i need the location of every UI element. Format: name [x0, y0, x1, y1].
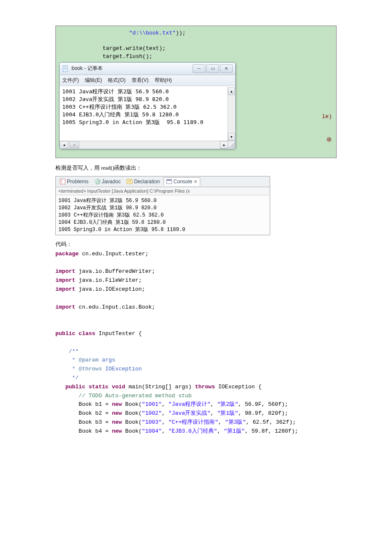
javadoc-icon: @: [95, 179, 101, 185]
horizontal-scrollbar[interactable]: ◂ ▸: [60, 141, 235, 149]
resize-grip-icon[interactable]: [228, 142, 235, 148]
java-source-code: package cn.edu.Input.tester; import java…: [55, 250, 337, 436]
scroll-thumb[interactable]: [69, 142, 79, 148]
close-tab-icon[interactable]: ✕: [193, 179, 198, 185]
scroll-down-icon[interactable]: ▾: [228, 133, 235, 141]
menu-view[interactable]: 查看(V): [132, 77, 149, 84]
scroll-up-icon[interactable]: ▴: [228, 87, 235, 95]
svg-text:@: @: [96, 179, 100, 184]
notepad-icon: [62, 65, 69, 72]
menu-edit[interactable]: 编辑(E): [85, 77, 102, 84]
tab-declaration[interactable]: Declaration: [124, 178, 162, 185]
tab-javadoc[interactable]: @ Javadoc: [92, 178, 123, 185]
minimize-button[interactable]: ─: [193, 64, 205, 73]
eclipse-tabs: ! Problems @ Javadoc Declaration Console…: [56, 176, 270, 187]
scroll-right-icon[interactable]: ▸: [220, 141, 228, 149]
hint-le: le): [322, 113, 332, 120]
svg-rect-12: [167, 179, 172, 181]
tab-console[interactable]: Console ✕: [164, 177, 200, 186]
maximize-button[interactable]: ▭: [206, 64, 219, 73]
menu-file[interactable]: 文件(F): [62, 77, 79, 84]
console-status: <terminated> InputTester [Java Applicati…: [56, 187, 270, 195]
code-editor-background: "d:\\book.txt")); target.write(text); ta…: [55, 26, 337, 158]
close-button[interactable]: ✕: [220, 64, 233, 73]
description-text: 检测是否写入，用 read()函数读出：: [55, 164, 337, 172]
menu-help[interactable]: 帮助(H): [155, 77, 172, 84]
console-output: 1001 Java程序设计 第2版 56.9 560.0 1002 Java开发…: [56, 195, 270, 235]
hint-chuan: 串: [326, 136, 332, 144]
vertical-scrollbar[interactable]: ▴ ▾: [228, 87, 235, 141]
notepad-menubar: 文件(F) 编辑(E) 格式(O) 查看(V) 帮助(H): [60, 75, 235, 86]
editor-code: "d:\\book.txt")); target.write(text); ta…: [56, 29, 336, 61]
tab-problems[interactable]: ! Problems: [58, 178, 91, 185]
notepad-titlebar[interactable]: book - 记事本 ─ ▭ ✕: [60, 63, 235, 75]
problems-icon: !: [60, 179, 66, 185]
notepad-textarea[interactable]: 1001 Java程序设计 第2版 56.9 560.0 1002 Java开发…: [60, 86, 235, 141]
scroll-left-icon[interactable]: ◂: [60, 141, 68, 149]
code-label: 代码：: [55, 240, 337, 248]
menu-format[interactable]: 格式(O): [108, 77, 125, 84]
eclipse-console-panel: ! Problems @ Javadoc Declaration Console…: [55, 176, 270, 235]
notepad-window: book - 记事本 ─ ▭ ✕ 文件(F) 编辑(E) 格式(O) 查看(V)…: [59, 62, 236, 149]
declaration-icon: [127, 179, 133, 185]
string-literal: "d:\\book.txt": [129, 30, 176, 36]
notepad-title: book - 记事本: [72, 65, 193, 72]
svg-rect-0: [63, 66, 67, 72]
console-icon: [166, 179, 172, 185]
svg-text:!: !: [61, 179, 62, 184]
svg-rect-8: [127, 179, 132, 184]
